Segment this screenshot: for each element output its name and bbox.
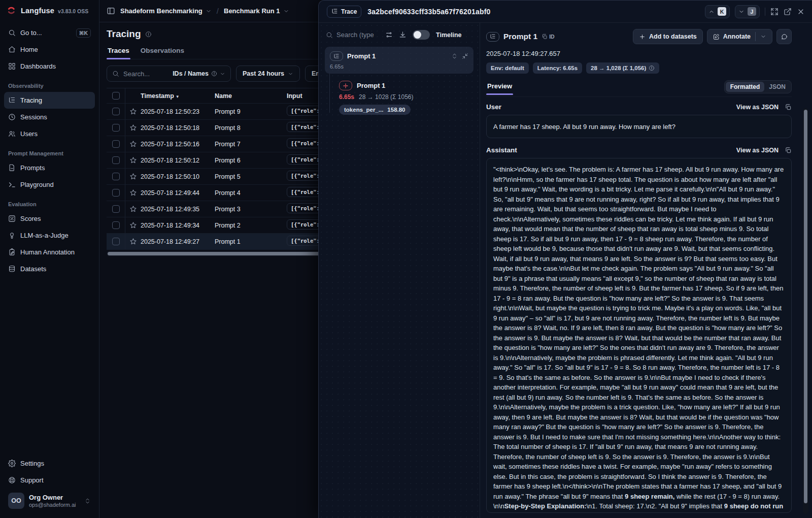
row-checkbox[interactable] bbox=[112, 189, 120, 197]
star-icon[interactable] bbox=[125, 156, 141, 164]
row-name: Prompt 1 bbox=[215, 238, 287, 245]
sidebar-item-datasets[interactable]: Datasets bbox=[4, 261, 95, 277]
generation-icon bbox=[339, 81, 352, 90]
row-timestamp: 2025-07-18 12:49:27 bbox=[141, 238, 215, 245]
format-toggle[interactable]: Formatted JSON bbox=[724, 80, 792, 93]
lightbulb-icon bbox=[8, 232, 16, 239]
view-as-json-button[interactable]: View as JSON bbox=[736, 104, 779, 111]
sidebar-item-llm-judge[interactable]: LLM-as-a-Judge bbox=[4, 227, 95, 244]
download-icon[interactable] bbox=[399, 31, 407, 39]
trace-node-icon bbox=[330, 51, 343, 61]
annotate-button[interactable]: Annotate bbox=[707, 29, 772, 44]
account-switcher[interactable]: OO Org Owner ops@shadeform.ai bbox=[4, 489, 95, 513]
sidebar-item-support[interactable]: Support bbox=[4, 472, 95, 489]
timeline-toggle[interactable] bbox=[413, 30, 430, 40]
sidebar-item-sessions[interactable]: Sessions bbox=[4, 109, 95, 125]
tree-node-trace[interactable]: Prompt 1 6.65s bbox=[325, 47, 473, 74]
trace-latency: 6.65s bbox=[330, 63, 468, 70]
copy-icon[interactable] bbox=[785, 104, 792, 111]
row-checkbox[interactable] bbox=[112, 238, 120, 245]
trace-search[interactable]: IDs / Names bbox=[107, 66, 231, 82]
edit-icon bbox=[713, 34, 720, 40]
time-filter-button[interactable]: Past 24 hours bbox=[236, 66, 300, 82]
divider bbox=[765, 8, 765, 16]
sidebar-item-home[interactable]: Home bbox=[4, 41, 95, 58]
sidebar-item-scores[interactable]: Scores bbox=[4, 210, 95, 227]
sidebar-item-users[interactable]: Users bbox=[4, 125, 95, 142]
metric-badge[interactable]: tokens_per_... 158.80 bbox=[339, 105, 411, 115]
star-icon[interactable] bbox=[125, 238, 141, 245]
col-timestamp[interactable]: Timestamp▼ bbox=[141, 92, 215, 100]
next-trace-button[interactable]: J bbox=[735, 5, 760, 18]
sidebar-item-settings[interactable]: Settings bbox=[4, 455, 95, 472]
unfold-icon[interactable] bbox=[451, 53, 458, 59]
goto-button[interactable]: Go to... ⌘K bbox=[4, 24, 95, 41]
star-icon[interactable] bbox=[125, 108, 141, 115]
col-name[interactable]: Name bbox=[215, 92, 287, 100]
row-name: Prompt 2 bbox=[215, 222, 287, 229]
sort-desc-icon: ▼ bbox=[176, 94, 180, 99]
sidebar-item-tracing[interactable]: Tracing bbox=[4, 92, 95, 109]
comments-button[interactable] bbox=[776, 29, 792, 44]
row-checkbox[interactable] bbox=[112, 124, 120, 132]
expand-icon[interactable] bbox=[770, 8, 779, 16]
star-icon[interactable] bbox=[125, 140, 141, 148]
tab-observations[interactable]: Observations bbox=[140, 47, 185, 59]
vertical-scrollbar[interactable] bbox=[803, 108, 808, 514]
select-all-checkbox[interactable] bbox=[112, 92, 120, 100]
copy-icon[interactable] bbox=[785, 147, 792, 154]
sidebar-toggle-icon[interactable] bbox=[107, 7, 115, 15]
sidebar-item-prompts[interactable]: Prompts bbox=[4, 159, 95, 176]
tracing-icon bbox=[331, 8, 338, 15]
row-name: Prompt 3 bbox=[215, 206, 287, 213]
tree-search-input[interactable] bbox=[336, 31, 379, 39]
row-name: Prompt 6 bbox=[215, 157, 287, 164]
scrollbar-thumb[interactable] bbox=[804, 110, 807, 503]
row-checkbox[interactable] bbox=[112, 108, 120, 115]
sidebar-item-playground[interactable]: Playground bbox=[4, 176, 95, 193]
chevron-down-icon bbox=[283, 8, 289, 14]
search-scope-select[interactable]: IDs / Names bbox=[173, 70, 225, 77]
annotate-dropdown[interactable] bbox=[755, 32, 766, 41]
format-json[interactable]: JSON bbox=[764, 82, 790, 92]
star-icon[interactable] bbox=[125, 124, 141, 132]
prev-trace-button[interactable]: K bbox=[705, 5, 730, 18]
copy-id-button[interactable]: ID bbox=[542, 34, 555, 40]
open-external-icon[interactable] bbox=[784, 8, 792, 16]
row-checkbox[interactable] bbox=[112, 156, 120, 164]
breadcrumb-run[interactable]: Benchmark Run 1 bbox=[224, 7, 289, 15]
latency-badge[interactable]: Latency: 6.65s bbox=[533, 62, 582, 74]
goto-kbd: ⌘K bbox=[76, 28, 91, 38]
info-icon[interactable] bbox=[145, 31, 152, 38]
tree-node-generation[interactable]: Prompt 1 6.65s 28 → 1028 (Σ 1056) tokens… bbox=[339, 79, 473, 117]
tab-preview[interactable]: Preview bbox=[486, 82, 513, 94]
sidebar-item-human-annotation[interactable]: Human Annotation bbox=[4, 244, 95, 261]
star-icon[interactable] bbox=[125, 189, 141, 197]
star-icon[interactable] bbox=[125, 205, 141, 213]
filter-sliders-icon[interactable] bbox=[385, 31, 393, 39]
sidebar: Langfuse v3.83.0 OSS Go to... ⌘K Home Da… bbox=[0, 0, 99, 518]
tab-traces[interactable]: Traces bbox=[107, 47, 130, 59]
chevron-down-icon bbox=[220, 71, 225, 77]
star-icon[interactable] bbox=[125, 221, 141, 229]
search-input[interactable] bbox=[123, 70, 164, 78]
tokens-badge[interactable]: 28 → 1,028 (Σ 1,056) bbox=[586, 62, 659, 74]
tree-search[interactable] bbox=[326, 31, 379, 39]
row-checkbox[interactable] bbox=[112, 140, 120, 148]
row-checkbox[interactable] bbox=[112, 173, 120, 180]
chevrons-up-down-icon bbox=[84, 498, 91, 504]
view-as-json-button[interactable]: View as JSON bbox=[736, 147, 779, 154]
brand-row: Langfuse v3.83.0 OSS bbox=[0, 0, 99, 20]
star-icon[interactable] bbox=[125, 173, 141, 180]
close-icon[interactable] bbox=[797, 8, 805, 16]
sidebar-item-dashboards[interactable]: Dashboards bbox=[4, 58, 95, 75]
clipboard-pen-icon bbox=[8, 248, 16, 256]
row-checkbox[interactable] bbox=[112, 221, 120, 229]
add-to-datasets-button[interactable]: Add to datasets bbox=[633, 29, 703, 44]
collapse-all-icon[interactable] bbox=[462, 53, 468, 59]
row-checkbox[interactable] bbox=[112, 205, 120, 213]
format-formatted[interactable]: Formatted bbox=[726, 82, 765, 92]
breadcrumb-project[interactable]: Shadeform Benchmarking bbox=[120, 7, 212, 15]
env-badge[interactable]: Env: default bbox=[486, 62, 529, 74]
assistant-section-label: Assistant bbox=[486, 146, 517, 154]
